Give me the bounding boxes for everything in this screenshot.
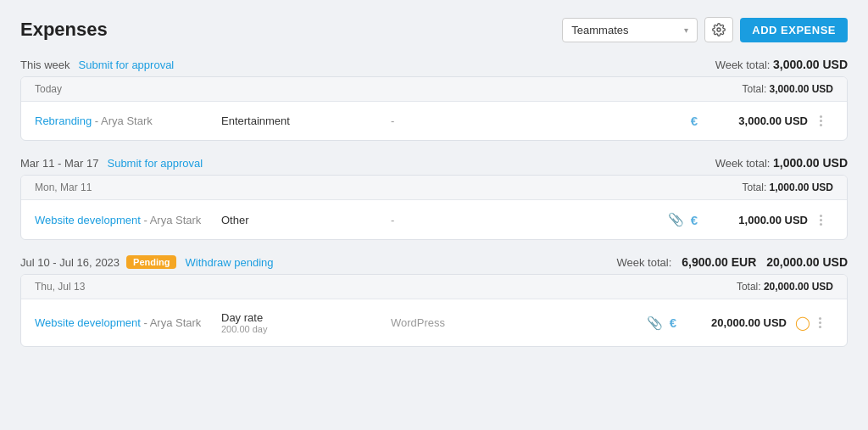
expense-category-2: Other bbox=[221, 214, 391, 226]
week-total-label-1: Week total: bbox=[715, 59, 771, 71]
timer-icon-3: ◯ bbox=[795, 315, 810, 331]
week-total-eur: 6,900.00 EUR bbox=[682, 255, 756, 269]
submit-approval-link-2[interactable]: Submit for approval bbox=[107, 157, 203, 170]
day-header-1: Today Total: 3,000.00 USD bbox=[21, 77, 847, 102]
day-total-label-1: Total: bbox=[743, 83, 767, 95]
day-label-1: Today bbox=[35, 83, 62, 95]
week-header-3: Jul 10 - Jul 16, 2023 Pending Withdraw p… bbox=[20, 255, 848, 269]
expense-row-2: Website development - Arya Stark Other -… bbox=[21, 200, 847, 239]
expense-person-1: - Arya Stark bbox=[95, 114, 153, 127]
week-total-value-1: 3,000.00 USD bbox=[773, 58, 848, 71]
expense-person-3: - Arya Stark bbox=[143, 316, 201, 329]
page-title: Expenses bbox=[20, 19, 108, 41]
day-label-3: Thu, Jul 13 bbox=[35, 281, 85, 293]
withdraw-pending-link[interactable]: Withdraw pending bbox=[185, 256, 273, 269]
week-header-left-2: Mar 11 - Mar 17 Submit for approval bbox=[20, 157, 203, 170]
day-header-3: Thu, Jul 13 Total: 20,000.00 USD bbox=[21, 275, 847, 299]
week-label-3: Jul 10 - Jul 16, 2023 bbox=[20, 256, 120, 269]
expense-category-3: Day rate 200.00 day bbox=[221, 311, 391, 334]
euro-icon-1: € bbox=[691, 114, 698, 128]
expense-amount-1: 3,000.00 USD bbox=[698, 114, 808, 127]
week-section-3: Jul 10 - Jul 16, 2023 Pending Withdraw p… bbox=[20, 255, 848, 347]
week-total-usd: 20,000.00 USD bbox=[766, 255, 848, 269]
euro-icon-2: € bbox=[691, 213, 698, 227]
week-header-left-1: This week Submit for approval bbox=[20, 59, 174, 71]
expense-note-1: - bbox=[391, 114, 630, 127]
week-total-1: Week total: 3,000.00 USD bbox=[715, 58, 848, 71]
settings-button[interactable] bbox=[704, 17, 733, 42]
expense-more-button-3[interactable] bbox=[815, 316, 825, 330]
day-total-value-2: 1,000.00 USD bbox=[770, 181, 833, 193]
expense-icons-2: 📎 € bbox=[630, 212, 698, 227]
expense-link-2[interactable]: Website development bbox=[35, 214, 141, 226]
expense-actions-2 bbox=[808, 213, 833, 227]
week-total-label-3: Week total: bbox=[617, 256, 672, 269]
week-section-1: This week Submit for approval Week total… bbox=[20, 58, 848, 141]
week-total-2: Week total: 1,000.00 USD bbox=[715, 156, 848, 170]
submit-approval-link-1[interactable]: Submit for approval bbox=[79, 59, 175, 71]
teammates-label: Teammates bbox=[571, 24, 628, 36]
week-total-value-2: 1,000.00 USD bbox=[773, 156, 848, 170]
section-card-1: Today Total: 3,000.00 USD Rebranding - A… bbox=[20, 76, 848, 141]
expense-actions-3: ◯ bbox=[787, 315, 833, 331]
top-right-controls: Teammates ▾ ADD EXPENSE bbox=[562, 17, 848, 42]
day-total-value-1: 3,000.00 USD bbox=[770, 83, 833, 95]
expense-category-1: Entertainment bbox=[221, 114, 391, 127]
day-total-label-2: Total: bbox=[743, 181, 767, 193]
svg-point-0 bbox=[717, 28, 721, 31]
expense-actions-1 bbox=[808, 114, 833, 128]
expense-name-col-3: Website development - Arya Stark bbox=[35, 316, 221, 329]
category-label-3: Day rate bbox=[221, 311, 263, 324]
teammates-dropdown[interactable]: Teammates ▾ bbox=[562, 18, 698, 42]
expense-icons-3: 📎 € bbox=[609, 316, 676, 331]
pending-badge: Pending bbox=[126, 255, 176, 269]
attachment-icon-3: 📎 bbox=[647, 316, 663, 331]
week-label-2: Mar 11 - Mar 17 bbox=[20, 157, 98, 170]
day-total-value-3: 20,000.00 USD bbox=[764, 281, 833, 293]
week-section-2: Mar 11 - Mar 17 Submit for approval Week… bbox=[20, 156, 848, 240]
week-header-2: Mar 11 - Mar 17 Submit for approval Week… bbox=[20, 156, 848, 170]
expense-icons-1: € bbox=[630, 114, 698, 128]
expense-link-3[interactable]: Website development bbox=[35, 316, 141, 329]
expense-amount-2: 1,000.00 USD bbox=[698, 214, 808, 226]
expense-name-col-1: Rebranding - Arya Stark bbox=[35, 114, 221, 127]
day-total-1: Total: 3,000.00 USD bbox=[743, 83, 833, 95]
expense-amount-3: 20,000.00 USD bbox=[676, 316, 787, 329]
euro-icon-3: € bbox=[670, 316, 676, 330]
day-label-2: Mon, Mar 11 bbox=[35, 181, 92, 193]
chevron-down-icon: ▾ bbox=[684, 25, 688, 35]
week-total-label-2: Week total: bbox=[715, 157, 771, 170]
add-expense-button[interactable]: ADD EXPENSE bbox=[740, 18, 848, 42]
expense-more-button-2[interactable] bbox=[816, 213, 826, 227]
expense-note-3: WordPress bbox=[391, 316, 609, 329]
section-card-2: Mon, Mar 11 Total: 1,000.00 USD Website … bbox=[20, 175, 848, 240]
week-header-left-3: Jul 10 - Jul 16, 2023 Pending Withdraw p… bbox=[20, 255, 274, 269]
expense-link-1[interactable]: Rebranding bbox=[35, 114, 92, 127]
week-header-1: This week Submit for approval Week total… bbox=[20, 58, 848, 71]
expense-name-col-2: Website development - Arya Stark bbox=[35, 214, 221, 226]
expense-row-1: Rebranding - Arya Stark Entertainment - … bbox=[21, 102, 847, 140]
expense-note-2: - bbox=[391, 214, 630, 226]
expense-person-2: - Arya Stark bbox=[143, 214, 201, 226]
day-total-label-3: Total: bbox=[737, 281, 761, 293]
expense-more-button-1[interactable] bbox=[816, 114, 826, 128]
week-total-3: Week total: 6,900.00 EUR 20,000.00 USD bbox=[617, 255, 848, 269]
expense-row-3: Website development - Arya Stark Day rat… bbox=[21, 299, 847, 346]
week-label-1: This week bbox=[20, 59, 70, 71]
day-header-2: Mon, Mar 11 Total: 1,000.00 USD bbox=[21, 176, 847, 200]
attachment-icon-2: 📎 bbox=[668, 212, 684, 227]
section-card-3: Thu, Jul 13 Total: 20,000.00 USD Website… bbox=[20, 274, 848, 347]
day-total-2: Total: 1,000.00 USD bbox=[743, 181, 833, 193]
category-sub-3: 200.00 day bbox=[221, 324, 391, 334]
gear-icon bbox=[712, 23, 726, 36]
top-bar: Expenses Teammates ▾ ADD EXPENSE bbox=[20, 17, 848, 42]
day-total-3: Total: 20,000.00 USD bbox=[737, 281, 833, 293]
